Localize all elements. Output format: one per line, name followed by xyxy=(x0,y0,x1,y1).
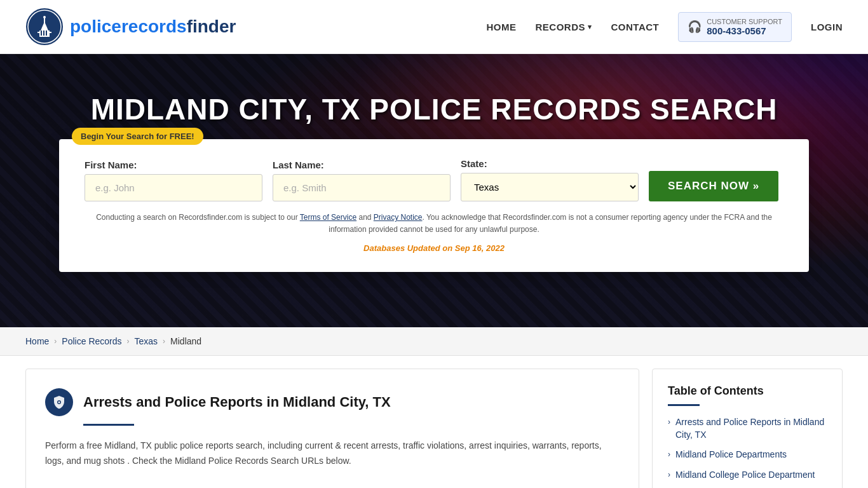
last-name-label: Last Name: xyxy=(273,159,451,170)
shield-icon xyxy=(51,395,67,410)
free-badge: Begin Your Search for FREE! xyxy=(72,128,203,145)
badge-icon xyxy=(45,388,73,416)
breadcrumb: Home › Police Records › Texas › Midland xyxy=(0,327,868,356)
support-label: CUSTOMER SUPPORT xyxy=(707,18,782,25)
hero-section: MIDLAND CITY, TX POLICE RECORDS SEARCH B… xyxy=(0,54,868,327)
state-select[interactable]: Texas Alabama Alaska California Florida … xyxy=(461,173,639,201)
hero-title: MIDLAND CITY, TX POLICE RECORDS SEARCH xyxy=(91,92,778,126)
toc-chevron-3: › xyxy=(668,470,670,479)
toc-item-2[interactable]: › Midland Police Departments xyxy=(668,449,827,461)
headphone-icon: 🎧 xyxy=(688,20,702,34)
title-underline xyxy=(83,424,134,426)
toc-link-1[interactable]: Arrests and Police Reports in Midland Ci… xyxy=(675,416,827,441)
nav-contact[interactable]: CONTACT xyxy=(611,22,660,32)
breadcrumb-current: Midland xyxy=(170,336,201,346)
last-name-group: Last Name: xyxy=(273,159,451,201)
nav-home[interactable]: HOME xyxy=(486,22,516,32)
toc-chevron-1: › xyxy=(668,417,670,426)
toc-item-1[interactable]: › Arrests and Police Reports in Midland … xyxy=(668,416,827,441)
breadcrumb-police-records[interactable]: Police Records xyxy=(62,336,121,346)
toc-link-2[interactable]: Midland Police Departments xyxy=(675,449,787,461)
support-number: 800-433-0567 xyxy=(707,25,782,36)
terms-link[interactable]: Terms of Service xyxy=(300,213,356,222)
search-card: Begin Your Search for FREE! First Name: … xyxy=(59,139,809,272)
nav-records[interactable]: RECORDS ▾ xyxy=(535,22,592,32)
toc-list: › Arrests and Police Reports in Midland … xyxy=(668,416,827,481)
first-name-label: First Name: xyxy=(85,159,262,170)
toc-link-3[interactable]: Midland College Police Department xyxy=(675,469,815,482)
first-name-input[interactable] xyxy=(85,174,262,201)
breadcrumb-texas[interactable]: Texas xyxy=(135,336,158,346)
disclaimer-text: Conducting a search on Recordsfinder.com… xyxy=(85,212,783,236)
logo-icon xyxy=(25,8,64,46)
logo[interactable]: policerecordsfinder xyxy=(25,8,236,46)
section-body: Perform a free Midland, TX public police… xyxy=(45,438,620,469)
chevron-down-icon: ▾ xyxy=(588,23,592,31)
state-label: State: xyxy=(461,158,639,169)
navigation: HOME RECORDS ▾ CONTACT 🎧 CUSTOMER SUPPOR… xyxy=(486,12,843,42)
state-group: State: Texas Alabama Alaska California F… xyxy=(461,158,639,201)
header: policerecordsfinder HOME RECORDS ▾ CONTA… xyxy=(0,0,868,54)
privacy-link[interactable]: Privacy Notice xyxy=(374,213,423,222)
svg-point-11 xyxy=(58,402,60,403)
toc-item-3[interactable]: › Midland College Police Department xyxy=(668,469,827,482)
breadcrumb-home[interactable]: Home xyxy=(25,336,49,346)
logo-text: policerecordsfinder xyxy=(70,17,236,37)
svg-rect-9 xyxy=(46,30,47,36)
svg-rect-5 xyxy=(44,18,45,23)
breadcrumb-sep-1: › xyxy=(54,337,57,346)
login-button[interactable]: LOGIN xyxy=(811,22,843,32)
content-right: Table of Contents › Arrests and Police R… xyxy=(652,369,843,488)
svg-rect-8 xyxy=(43,30,44,36)
section-title: Arrests and Police Reports in Midland Ci… xyxy=(83,394,391,410)
toc-title: Table of Contents xyxy=(668,384,827,398)
toc-chevron-2: › xyxy=(668,450,670,459)
svg-point-6 xyxy=(43,16,46,18)
breadcrumb-sep-2: › xyxy=(127,337,130,346)
content-left: Arrests and Police Reports in Midland Ci… xyxy=(25,369,639,488)
last-name-input[interactable] xyxy=(273,174,451,201)
svg-rect-7 xyxy=(41,30,42,36)
updated-text: Databases Updated on Sep 16, 2022 xyxy=(85,243,783,253)
first-name-group: First Name: xyxy=(85,159,262,201)
toc-underline xyxy=(668,404,700,406)
breadcrumb-sep-3: › xyxy=(163,337,165,346)
search-row: First Name: Last Name: State: Texas Alab… xyxy=(85,158,783,201)
section-header: Arrests and Police Reports in Midland Ci… xyxy=(45,388,620,416)
customer-support: 🎧 CUSTOMER SUPPORT 800-433-0567 xyxy=(678,12,792,42)
main-content: Arrests and Police Reports in Midland Ci… xyxy=(0,369,868,488)
search-button[interactable]: SEARCH NOW » xyxy=(649,171,778,201)
